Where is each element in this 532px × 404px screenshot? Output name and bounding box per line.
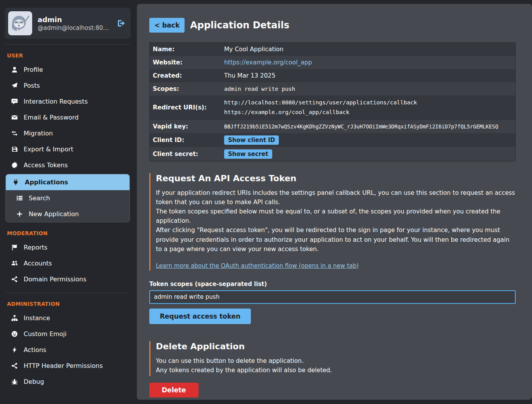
arrows-left-right-icon — [11, 130, 18, 137]
avatar — [8, 11, 32, 35]
application-details-table: Name: My Cool Application Website: https… — [149, 42, 516, 161]
table-row-created: Created: Thu Mar 13 2025 — [150, 69, 515, 82]
sidebar-item-custom-emoji[interactable]: Custom Emoji — [5, 326, 131, 342]
request-token-heading: Request An API Access Token — [156, 173, 516, 183]
delete-application-heading: Delete Application — [156, 342, 516, 351]
table-row-website: Website: https://example.org/cool_app — [150, 56, 515, 69]
user-card[interactable]: admin @admin@localhost:80… — [5, 8, 131, 39]
username: admin — [38, 15, 109, 24]
sidebar-item-http-header-permissions[interactable]: HTTP Header Permissions — [5, 358, 131, 374]
bolt-icon — [11, 347, 18, 353]
section-label-moderation: MODERATION — [7, 230, 128, 236]
show-secret-button[interactable]: Show secret — [224, 149, 272, 159]
sidebar-item-export-import[interactable]: Export & Import — [5, 141, 131, 157]
envelope-lock-icon — [11, 114, 18, 121]
sidebar-item-actions[interactable]: Actions — [5, 342, 131, 358]
delete-button[interactable]: Delete — [149, 383, 199, 397]
table-row-name: Name: My Cool Application — [150, 43, 515, 56]
comment-dots-icon — [11, 98, 18, 105]
sidebar-item-reports[interactable]: Reports — [5, 239, 131, 255]
sidebar-item-profile[interactable]: Profile — [5, 62, 131, 78]
delete-application-section: Delete Application You can use this butt… — [149, 341, 516, 376]
main-panel: < back Application Details Name: My Cool… — [137, 4, 532, 400]
sidebar-item-interaction-requests[interactable]: Interaction Requests — [5, 94, 131, 109]
divider — [5, 293, 130, 293]
sidebar-item-accounts[interactable]: Accounts — [5, 255, 131, 271]
sidebar-item-domain-permissions[interactable]: Domain Permissions — [5, 271, 131, 287]
plug-icon — [12, 179, 19, 186]
back-button[interactable]: < back — [149, 18, 185, 33]
bug-icon — [11, 378, 18, 385]
page-title: Application Details — [190, 20, 289, 31]
token-form: Token scopes (space-separated list) Requ… — [149, 281, 516, 324]
website-link[interactable]: https://example.org/cool_app — [224, 59, 312, 66]
created-date: Thu Mar 13 2025 — [224, 72, 512, 79]
section-label-user: USER — [7, 52, 128, 59]
redirect-uri-2: https://example.org/cool_app/callback — [224, 108, 512, 117]
sidebar-item-applications-search[interactable]: Search — [6, 190, 130, 206]
redirect-uri-1: http://localhost:8080/settings/user/appl… — [224, 98, 512, 108]
table-row-redirect-uris: Redirect URI(s): http://localhost:8080/s… — [150, 95, 515, 120]
oauth-docs-link[interactable]: Learn more about the OAuth authenticatio… — [156, 262, 359, 269]
user-icon — [11, 66, 18, 73]
sidebar-item-posts[interactable]: Posts — [5, 78, 131, 94]
vapid-key-value: BBJffJ219b5iE512m7wQSzv4KgKDhgZZVzNyWC_r… — [224, 123, 512, 130]
show-client-id-button[interactable]: Show client ID — [224, 135, 279, 145]
sidebar-item-migration[interactable]: Migration — [5, 125, 131, 141]
divider — [5, 44, 130, 45]
token-scopes-label: Token scopes (space-separated list) — [149, 281, 516, 288]
title-row: < back Application Details — [149, 18, 516, 33]
request-token-paragraph: The token scopes specified below must be… — [156, 207, 516, 225]
user-handle: @admin@localhost:80… — [38, 24, 109, 31]
request-token-paragraph: After clicking "Request access token", y… — [156, 225, 516, 254]
sidebar: admin @admin@localhost:80… USER Profile … — [0, 0, 137, 404]
sidebar-item-instance[interactable]: Instance — [5, 310, 131, 326]
sidebar-item-applications[interactable]: Applications — [6, 174, 130, 190]
plus-icon — [16, 211, 23, 217]
floppy-disk-icon — [11, 146, 18, 153]
sidebar-item-access-tokens[interactable]: Access Tokens — [5, 157, 131, 173]
applications-group: Applications Search New Application — [5, 174, 130, 222]
delete-paragraph: You can use this button to delete the ap… — [156, 356, 516, 366]
request-access-token-button[interactable]: Request access token — [149, 309, 251, 324]
sidebar-item-debug[interactable]: Debug — [5, 374, 131, 390]
sitemap-icon — [11, 315, 18, 321]
share-nodes-icon — [11, 276, 18, 283]
users-icon — [11, 260, 18, 267]
certificate-icon — [11, 162, 18, 168]
table-row-client-secret: Client secret: Show secret — [150, 147, 515, 161]
delete-paragraph: Any tokens created by the application wi… — [156, 366, 516, 375]
scopes-value: admin read write push — [224, 86, 512, 92]
logout-icon[interactable] — [117, 19, 126, 28]
token-scopes-input[interactable] — [149, 290, 516, 304]
application-name: My Cool Application — [224, 46, 512, 53]
list-icon — [16, 195, 23, 201]
table-row-client-id: Client ID: Show client ID — [150, 133, 515, 147]
flag-icon — [11, 244, 18, 251]
table-row-scopes: Scopes: admin read write push — [150, 82, 515, 95]
smiley-icon — [11, 331, 18, 337]
paper-plane-icon — [11, 82, 18, 89]
table-row-vapid-key: Vapid key: BBJffJ219b5iE512m7wQSzv4KgKDh… — [150, 120, 515, 133]
sidebar-item-new-application[interactable]: New Application — [6, 206, 130, 222]
request-token-section: Request An API Access Token If your appl… — [149, 173, 516, 270]
request-token-paragraph: If your application redirect URIs includ… — [156, 188, 516, 207]
share-nodes-icon — [11, 362, 18, 369]
sidebar-item-email-password[interactable]: Email & Password — [5, 109, 131, 125]
section-label-administration: ADMINISTRATION — [7, 301, 128, 307]
